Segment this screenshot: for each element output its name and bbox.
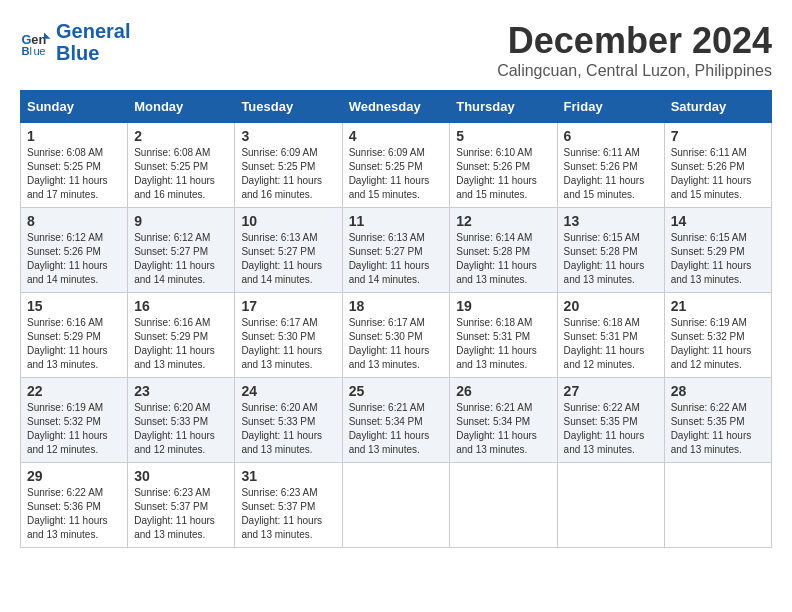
calendar-week-row: 22Sunrise: 6:19 AMSunset: 5:32 PMDayligh… [21,378,772,463]
day-number: 28 [671,383,765,399]
day-number: 15 [27,298,121,314]
table-row: 31Sunrise: 6:23 AMSunset: 5:37 PMDayligh… [235,463,342,548]
day-number: 17 [241,298,335,314]
table-row: 15Sunrise: 6:16 AMSunset: 5:29 PMDayligh… [21,293,128,378]
logo-text: General [56,20,130,42]
day-info: Sunrise: 6:21 AMSunset: 5:34 PMDaylight:… [456,401,550,457]
day-number: 29 [27,468,121,484]
day-number: 2 [134,128,228,144]
calendar-week-row: 29Sunrise: 6:22 AMSunset: 5:36 PMDayligh… [21,463,772,548]
day-number: 7 [671,128,765,144]
day-number: 16 [134,298,228,314]
day-info: Sunrise: 6:22 AMSunset: 5:35 PMDaylight:… [564,401,658,457]
day-info: Sunrise: 6:22 AMSunset: 5:36 PMDaylight:… [27,486,121,542]
day-info: Sunrise: 6:09 AMSunset: 5:25 PMDaylight:… [349,146,444,202]
day-info: Sunrise: 6:17 AMSunset: 5:30 PMDaylight:… [241,316,335,372]
day-info: Sunrise: 6:14 AMSunset: 5:28 PMDaylight:… [456,231,550,287]
day-info: Sunrise: 6:08 AMSunset: 5:25 PMDaylight:… [134,146,228,202]
day-info: Sunrise: 6:17 AMSunset: 5:30 PMDaylight:… [349,316,444,372]
logo-icon: G e n B l u e [20,26,52,58]
day-number: 14 [671,213,765,229]
table-row: 2Sunrise: 6:08 AMSunset: 5:25 PMDaylight… [128,123,235,208]
table-row: 5Sunrise: 6:10 AMSunset: 5:26 PMDaylight… [450,123,557,208]
day-info: Sunrise: 6:13 AMSunset: 5:27 PMDaylight:… [349,231,444,287]
table-row: 11Sunrise: 6:13 AMSunset: 5:27 PMDayligh… [342,208,450,293]
day-info: Sunrise: 6:12 AMSunset: 5:26 PMDaylight:… [27,231,121,287]
header-friday: Friday [557,91,664,123]
day-info: Sunrise: 6:18 AMSunset: 5:31 PMDaylight:… [456,316,550,372]
day-info: Sunrise: 6:21 AMSunset: 5:34 PMDaylight:… [349,401,444,457]
day-info: Sunrise: 6:15 AMSunset: 5:28 PMDaylight:… [564,231,658,287]
day-number: 21 [671,298,765,314]
svg-text:l: l [30,45,32,57]
day-info: Sunrise: 6:15 AMSunset: 5:29 PMDaylight:… [671,231,765,287]
day-number: 22 [27,383,121,399]
day-number: 26 [456,383,550,399]
day-number: 13 [564,213,658,229]
day-info: Sunrise: 6:20 AMSunset: 5:33 PMDaylight:… [241,401,335,457]
table-row: 10Sunrise: 6:13 AMSunset: 5:27 PMDayligh… [235,208,342,293]
day-info: Sunrise: 6:09 AMSunset: 5:25 PMDaylight:… [241,146,335,202]
header-thursday: Thursday [450,91,557,123]
day-info: Sunrise: 6:23 AMSunset: 5:37 PMDaylight:… [241,486,335,542]
table-row [664,463,771,548]
day-info: Sunrise: 6:11 AMSunset: 5:26 PMDaylight:… [671,146,765,202]
day-info: Sunrise: 6:10 AMSunset: 5:26 PMDaylight:… [456,146,550,202]
day-number: 30 [134,468,228,484]
day-info: Sunrise: 6:19 AMSunset: 5:32 PMDaylight:… [27,401,121,457]
table-row: 17Sunrise: 6:17 AMSunset: 5:30 PMDayligh… [235,293,342,378]
table-row: 22Sunrise: 6:19 AMSunset: 5:32 PMDayligh… [21,378,128,463]
table-row: 3Sunrise: 6:09 AMSunset: 5:25 PMDaylight… [235,123,342,208]
day-number: 18 [349,298,444,314]
table-row: 1Sunrise: 6:08 AMSunset: 5:25 PMDaylight… [21,123,128,208]
day-info: Sunrise: 6:18 AMSunset: 5:31 PMDaylight:… [564,316,658,372]
day-number: 11 [349,213,444,229]
month-title: December 2024 [497,20,772,62]
svg-text:B: B [22,45,30,57]
header-monday: Monday [128,91,235,123]
location-title: Calingcuan, Central Luzon, Philippines [497,62,772,80]
table-row [450,463,557,548]
table-row: 20Sunrise: 6:18 AMSunset: 5:31 PMDayligh… [557,293,664,378]
calendar-header-row: Sunday Monday Tuesday Wednesday Thursday… [21,91,772,123]
header-wednesday: Wednesday [342,91,450,123]
day-number: 1 [27,128,121,144]
title-area: December 2024 Calingcuan, Central Luzon,… [497,20,772,80]
day-info: Sunrise: 6:22 AMSunset: 5:35 PMDaylight:… [671,401,765,457]
table-row: 12Sunrise: 6:14 AMSunset: 5:28 PMDayligh… [450,208,557,293]
day-info: Sunrise: 6:19 AMSunset: 5:32 PMDaylight:… [671,316,765,372]
day-number: 5 [456,128,550,144]
day-info: Sunrise: 6:08 AMSunset: 5:25 PMDaylight:… [27,146,121,202]
day-number: 8 [27,213,121,229]
table-row: 27Sunrise: 6:22 AMSunset: 5:35 PMDayligh… [557,378,664,463]
table-row: 13Sunrise: 6:15 AMSunset: 5:28 PMDayligh… [557,208,664,293]
header-sunday: Sunday [21,91,128,123]
day-number: 12 [456,213,550,229]
table-row: 6Sunrise: 6:11 AMSunset: 5:26 PMDaylight… [557,123,664,208]
day-info: Sunrise: 6:16 AMSunset: 5:29 PMDaylight:… [134,316,228,372]
table-row: 14Sunrise: 6:15 AMSunset: 5:29 PMDayligh… [664,208,771,293]
day-info: Sunrise: 6:12 AMSunset: 5:27 PMDaylight:… [134,231,228,287]
day-number: 25 [349,383,444,399]
day-number: 10 [241,213,335,229]
day-info: Sunrise: 6:16 AMSunset: 5:29 PMDaylight:… [27,316,121,372]
svg-text:e: e [39,45,45,57]
table-row: 19Sunrise: 6:18 AMSunset: 5:31 PMDayligh… [450,293,557,378]
day-number: 27 [564,383,658,399]
calendar: Sunday Monday Tuesday Wednesday Thursday… [20,90,772,548]
table-row: 8Sunrise: 6:12 AMSunset: 5:26 PMDaylight… [21,208,128,293]
header-tuesday: Tuesday [235,91,342,123]
day-number: 6 [564,128,658,144]
calendar-week-row: 15Sunrise: 6:16 AMSunset: 5:29 PMDayligh… [21,293,772,378]
day-number: 31 [241,468,335,484]
logo-text2: Blue [56,42,130,64]
table-row: 7Sunrise: 6:11 AMSunset: 5:26 PMDaylight… [664,123,771,208]
day-info: Sunrise: 6:11 AMSunset: 5:26 PMDaylight:… [564,146,658,202]
header-saturday: Saturday [664,91,771,123]
table-row [342,463,450,548]
day-number: 9 [134,213,228,229]
day-number: 19 [456,298,550,314]
day-number: 3 [241,128,335,144]
calendar-week-row: 1Sunrise: 6:08 AMSunset: 5:25 PMDaylight… [21,123,772,208]
day-info: Sunrise: 6:13 AMSunset: 5:27 PMDaylight:… [241,231,335,287]
